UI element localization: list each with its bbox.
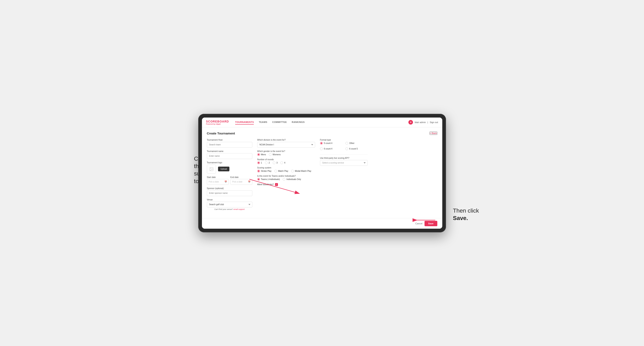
sponsor-group: Sponsor (optional) <box>207 187 252 196</box>
end-calendar-icon: 📅 <box>248 181 250 183</box>
rounds-4[interactable]: 4 <box>280 162 285 164</box>
tournament-name-input[interactable] <box>207 153 252 159</box>
tournament-logo-group: Tournament logo Upload <box>207 162 252 173</box>
gender-label: Which gender is the event for? <box>257 150 315 152</box>
end-date-group: End date Pick a date 📅 <box>230 176 252 185</box>
tournament-host-label: Tournament Host <box>207 139 252 141</box>
scoring-label: Scoring system <box>257 167 315 169</box>
back-button[interactable]: < Back <box>430 132 437 135</box>
substitutes-checkbox[interactable] <box>275 183 278 186</box>
gender-radio-group: Mens Womens <box>257 153 315 156</box>
format-5count4[interactable]: 5 count 4 <box>320 142 342 145</box>
format-6count5[interactable]: 6 count 5 <box>346 148 368 150</box>
rounds-1[interactable]: 1 <box>257 162 262 164</box>
sign-out-link[interactable]: Sign out <box>430 121 438 124</box>
rounds-2-radio[interactable] <box>265 162 268 164</box>
logo-scoreboard: SCOREBOARD <box>206 120 229 123</box>
individuals-only[interactable]: Individuals Only <box>283 178 301 181</box>
rounds-3-label: 3 <box>276 162 278 164</box>
scoring-api-select[interactable]: Select a scoring service <box>320 160 368 166</box>
upload-button[interactable]: Upload <box>218 167 230 171</box>
gender-mens-label: Mens <box>261 154 266 156</box>
nav-teams[interactable]: TEAMS <box>259 120 267 125</box>
cancel-button[interactable]: Cancel <box>416 222 422 225</box>
scoring-stroke[interactable]: Stroke Play <box>257 170 272 173</box>
rounds-4-radio[interactable] <box>280 162 283 164</box>
gender-mens[interactable]: Mens <box>257 153 266 156</box>
top-nav: SCOREBOARD Powered by clippd TOURNAMENTS… <box>202 118 442 127</box>
format-6count4[interactable]: 6 count 4 <box>320 148 342 150</box>
format-6count5-label: 6 count 5 <box>349 148 358 150</box>
individuals-radio[interactable] <box>283 178 285 181</box>
division-select[interactable]: NCAA Division I <box>257 142 315 148</box>
avatar: B <box>408 120 413 125</box>
teams-with-individuals[interactable]: Teams (+Individuals) <box>257 178 280 181</box>
rounds-1-label: 1 <box>261 162 262 164</box>
scoring-match-label: Match Play <box>278 170 288 172</box>
division-select-wrapper: NCAA Division I <box>257 142 315 148</box>
page-header: Create Tournament < Back <box>207 132 437 135</box>
scoring-match[interactable]: Match Play <box>274 170 288 173</box>
teams-radio[interactable] <box>257 178 260 181</box>
scoring-group: Scoring system Stroke Play Match Play <box>257 167 315 173</box>
nav-tournaments[interactable]: TOURNAMENTS <box>235 120 254 125</box>
gender-womens-radio[interactable] <box>269 153 272 156</box>
format-5count4-label: 5 count 4 <box>324 142 332 144</box>
format-6count4-radio[interactable] <box>320 148 323 150</box>
nav-committee[interactable]: COMMITTEE <box>272 120 287 125</box>
start-date-input[interactable]: Pick a date 📅 <box>207 179 229 185</box>
rounds-label: Number of rounds <box>257 158 315 161</box>
start-date-group: Start date Pick a date 📅 <box>207 176 229 185</box>
tournament-host-wrapper <box>207 142 252 148</box>
rounds-1-radio[interactable] <box>257 162 260 164</box>
teams-radio-group: Teams (+Individuals) Individuals Only <box>257 178 315 181</box>
logo-placeholder-icon <box>207 165 216 173</box>
tournament-host-input[interactable] <box>207 142 252 148</box>
scoring-medal[interactable]: Medal Match Play <box>291 170 311 173</box>
rounds-2[interactable]: 2 <box>265 162 270 164</box>
form-columns: Tournament Host Tournament name Tourname… <box>207 139 437 213</box>
teams-label: Is this event for Teams and/or Individua… <box>257 175 315 177</box>
save-button[interactable]: Save <box>424 221 437 226</box>
sponsor-input[interactable] <box>207 190 252 196</box>
format-other-label: Other <box>349 142 354 144</box>
user-name: blair admin <box>414 121 426 124</box>
format-other[interactable]: Other <box>346 142 368 145</box>
gender-mens-radio[interactable] <box>257 153 260 156</box>
gender-womens[interactable]: Womens <box>269 153 280 156</box>
nav-links: TOURNAMENTS TEAMS COMMITTEE RANKINGS <box>235 120 408 125</box>
gender-group: Which gender is the event for? Mens Wome… <box>257 150 315 156</box>
scoring-medal-radio[interactable] <box>291 170 294 173</box>
end-date-placeholder: Pick a date <box>232 181 242 183</box>
format-6count5-radio[interactable] <box>346 148 348 150</box>
venue-select-wrapper: Search golf club <box>207 202 252 207</box>
nav-rankings[interactable]: RANKINGS <box>292 120 305 125</box>
substitutes-group: Allow substitutes? <box>257 183 315 186</box>
start-date-label: Start date <box>207 176 229 178</box>
division-label: Which division is the event for? <box>257 139 315 141</box>
format-label: Format type <box>320 139 368 141</box>
venue-group: Venue Search golf club Can't find your v… <box>207 198 252 210</box>
scoring-stroke-radio[interactable] <box>257 170 260 173</box>
scoring-stroke-label: Stroke Play <box>261 170 272 172</box>
tablet-screen: SCOREBOARD Powered by clippd TOURNAMENTS… <box>202 118 442 229</box>
form-col-1: Tournament Host Tournament name Tourname… <box>207 139 252 213</box>
format-5count4-radio[interactable] <box>320 142 323 145</box>
rounds-radio-group: 1 2 3 <box>257 162 315 164</box>
end-date-input[interactable]: Pick a date 📅 <box>230 179 252 185</box>
gender-womens-label: Womens <box>272 154 280 156</box>
format-other-radio[interactable] <box>346 142 348 145</box>
logo-area: SCOREBOARD Powered by clippd <box>206 120 229 125</box>
form-col-3: Format type 5 count 4 Other <box>320 139 368 213</box>
end-date-label: End date <box>230 176 252 178</box>
venue-email-link[interactable]: email support <box>234 208 245 210</box>
rounds-3-radio[interactable] <box>273 162 276 164</box>
scoring-match-radio[interactable] <box>274 170 277 173</box>
nav-separator: | <box>428 121 428 124</box>
individuals-label-text: Individuals Only <box>286 178 301 180</box>
scoring-radio-group: Stroke Play Match Play Medal Match Play <box>257 170 315 173</box>
scoring-api-wrapper: Select a scoring service <box>320 160 368 166</box>
rounds-3[interactable]: 3 <box>273 162 278 164</box>
annotation-right: Then click Save. <box>453 207 479 222</box>
venue-select[interactable]: Search golf club <box>207 202 252 207</box>
